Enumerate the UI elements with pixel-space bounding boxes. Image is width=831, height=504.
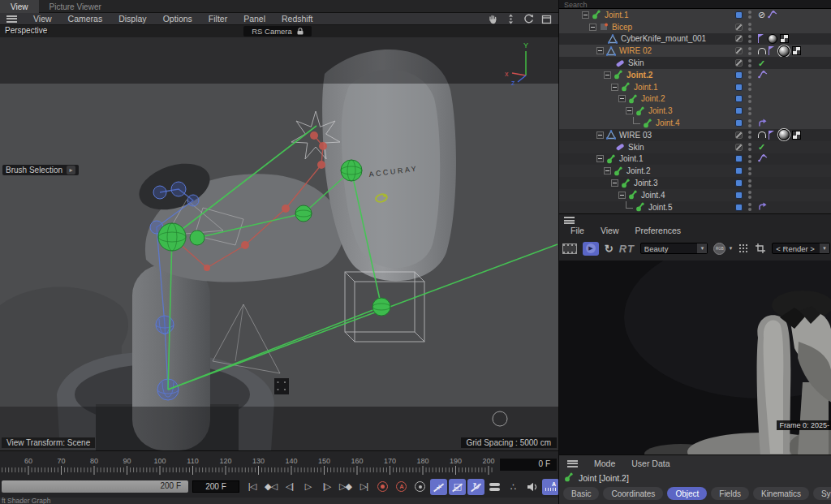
layer-color-toggle[interactable]	[735, 204, 743, 211]
mute-tag-icon[interactable]: ⊘	[758, 11, 765, 19]
tab-object[interactable]: Object	[667, 487, 707, 500]
tree-row-skin[interactable]: Skin✓	[559, 57, 831, 69]
edit-toggle[interactable]	[735, 144, 743, 151]
menu-filter[interactable]: Filter	[200, 14, 235, 24]
key-scale-button[interactable]: ◱	[449, 479, 466, 495]
tree-row-joint-1[interactable]: Joint.1	[559, 81, 831, 93]
annotation-flag-icon[interactable]	[758, 34, 765, 43]
visibility-dots[interactable]	[748, 23, 751, 31]
object-name[interactable]: Joint.2	[626, 166, 650, 175]
edit-toggle[interactable]	[735, 24, 743, 31]
layer-color-toggle[interactable]	[735, 11, 743, 19]
layer-color-toggle[interactable]	[735, 179, 743, 187]
material-tag-icon[interactable]	[778, 129, 790, 140]
channel-button[interactable]: RGB	[713, 243, 726, 255]
visibility-dots[interactable]	[748, 119, 751, 127]
play-button[interactable]: ▷	[299, 479, 316, 495]
tab-symmetry[interactable]: Symmetry	[813, 487, 831, 500]
visibility-dots[interactable]	[748, 191, 751, 199]
layer-color-toggle[interactable]	[735, 155, 743, 162]
collapse-icon[interactable]	[596, 47, 604, 54]
channel-caret-icon[interactable]: ▼	[728, 246, 733, 251]
am-menu-mode[interactable]: Mode	[586, 459, 623, 468]
fcurve-tag-icon[interactable]	[758, 70, 768, 80]
object-name[interactable]: Joint.2	[641, 94, 665, 103]
tab-fields[interactable]: Fields	[711, 487, 749, 500]
tree-row-skin[interactable]: Skin✓	[559, 141, 831, 153]
autokey-button[interactable]: A	[393, 479, 410, 495]
layer-color-toggle[interactable]	[735, 192, 743, 199]
uv-tag-icon[interactable]	[780, 34, 789, 43]
layer-color-toggle[interactable]	[735, 119, 743, 127]
uv-tag-icon[interactable]	[792, 46, 801, 55]
fcurve-tag-icon[interactable]	[768, 10, 777, 20]
crop-icon[interactable]	[755, 243, 766, 254]
menu-cameras[interactable]: Cameras	[60, 14, 111, 24]
next-key-button[interactable]: ▷◆	[337, 479, 354, 495]
menu-options[interactable]: Options	[155, 14, 200, 24]
camera-lock-icon[interactable]	[297, 28, 304, 35]
collapse-icon[interactable]	[611, 84, 618, 91]
collapse-icon[interactable]	[618, 192, 626, 199]
tab-view[interactable]: View	[0, 0, 39, 13]
ik-tag-icon[interactable]	[758, 118, 768, 129]
view-label[interactable]: Perspective	[5, 26, 47, 35]
pan-view-icon[interactable]	[488, 14, 498, 24]
layer-color-toggle[interactable]	[735, 84, 743, 91]
tree-row-joint-4[interactable]: Joint.4	[559, 189, 831, 201]
collapse-icon[interactable]	[604, 71, 611, 79]
brush-expand-icon[interactable]: ▸	[67, 166, 75, 174]
menu-view[interactable]: View	[25, 14, 60, 24]
current-frame-box[interactable]: 0 F	[500, 459, 557, 471]
hamburger-icon[interactable]	[6, 15, 17, 23]
timeline-range-slider[interactable]: 200 F	[2, 480, 188, 493]
collapse-icon[interactable]	[611, 179, 618, 187]
visibility-dots[interactable]	[748, 155, 751, 163]
renderview-hamburger-icon[interactable]	[564, 217, 575, 224]
start-ipr-button[interactable]: ▶	[583, 242, 599, 256]
fcurve-tag-icon[interactable]	[758, 153, 768, 164]
edit-toggle[interactable]	[735, 59, 743, 67]
uv-tag-icon[interactable]	[792, 131, 801, 140]
object-name[interactable]: Skin	[628, 58, 644, 67]
sound-button[interactable]	[523, 479, 540, 495]
tree-row-joint-3[interactable]: Joint.3	[559, 177, 831, 189]
phong-tag-icon[interactable]	[758, 131, 766, 138]
menu-panel[interactable]: Panel	[235, 14, 273, 24]
object-name[interactable]: Joint.3	[634, 179, 657, 187]
rotate-view-icon[interactable]	[523, 14, 534, 24]
collapse-icon[interactable]	[626, 107, 633, 114]
enabled-check-icon[interactable]: ✓	[758, 59, 765, 67]
tree-row-joint-2[interactable]: Joint.2	[559, 165, 831, 177]
next-frame-button[interactable]: |▷	[318, 479, 335, 495]
record-button[interactable]	[374, 479, 391, 495]
layer-color-toggle[interactable]	[735, 107, 743, 114]
object-name[interactable]: Skin	[628, 143, 644, 152]
tree-row-wire-02[interactable]: WIRE 02	[559, 45, 831, 57]
visibility-dots[interactable]	[748, 203, 751, 211]
layer-color-toggle[interactable]	[735, 95, 743, 102]
jump-end-button[interactable]: ▷|	[355, 479, 372, 495]
tree-row-bicep[interactable]: Bicep	[559, 21, 831, 33]
dolly-view-icon[interactable]	[506, 14, 516, 24]
refresh-icon[interactable]: ↻	[605, 243, 614, 255]
edit-toggle[interactable]	[735, 131, 743, 139]
phong-tag-icon[interactable]	[758, 48, 766, 54]
visibility-dots[interactable]	[748, 131, 751, 139]
dither-grid-icon[interactable]	[738, 243, 749, 254]
rv-menu-preferences[interactable]: Preferences	[627, 226, 690, 235]
visibility-dots[interactable]	[748, 11, 751, 19]
visibility-dots[interactable]	[748, 47, 751, 55]
object-name[interactable]: Joint.1	[634, 83, 657, 92]
tree-row-joint-3[interactable]: Joint.3	[559, 105, 831, 117]
collapse-icon[interactable]	[582, 11, 589, 19]
autokey-range-button[interactable]: A	[542, 479, 559, 495]
menu-redshift[interactable]: Redshift	[273, 14, 321, 24]
collapse-icon[interactable]	[596, 131, 604, 139]
annotation-flag-icon[interactable]	[769, 131, 776, 140]
collapse-icon[interactable]	[596, 155, 604, 162]
tree-row-cyberknife-mount-001[interactable]: CyberKnife_mount_001	[559, 33, 831, 45]
render-image[interactable]: Frame 0: 2025-	[559, 261, 831, 455]
camera-selector[interactable]: RS Camera	[243, 26, 312, 37]
visibility-dots[interactable]	[748, 83, 751, 91]
